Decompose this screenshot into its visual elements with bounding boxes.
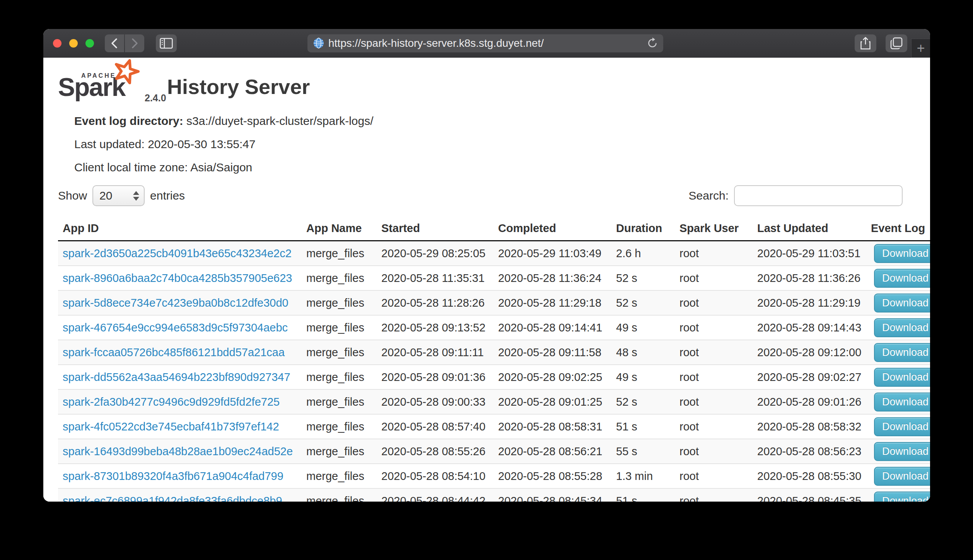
completed-cell: 2020-05-28 09:11:58 — [493, 340, 611, 365]
completed-cell: 2020-05-29 11:03:49 — [493, 241, 611, 266]
entries-select[interactable]: 20 — [92, 185, 145, 206]
back-button[interactable] — [105, 34, 124, 52]
sidebar-icon — [160, 38, 173, 49]
spark-user-cell: root — [675, 439, 753, 464]
last-updated-cell: 2020-05-28 11:29:19 — [753, 290, 866, 315]
completed-cell: 2020-05-28 08:56:21 — [493, 439, 611, 464]
table-row: spark-dd5562a43aa54694b223bf890d927347 m… — [58, 365, 930, 389]
app-id-link[interactable]: spark-467654e9cc994e6583d9c5f97304aebc — [63, 321, 288, 334]
share-button[interactable] — [855, 34, 876, 52]
download-button[interactable]: Download — [874, 417, 930, 436]
app-id-link[interactable]: spark-fccaa05726bc485f86121bdd57a21caa — [63, 346, 285, 359]
spark-logo: APACHE Spark 2.4.0 — [58, 62, 174, 107]
last-updated-line: Last updated: 2020-05-30 13:55:47 — [74, 133, 374, 156]
tabs-icon — [890, 37, 903, 50]
download-button[interactable]: Download — [874, 368, 930, 387]
app-id-link[interactable]: spark-4fc0522cd3e745ecbaf41b73f97ef142 — [63, 420, 279, 433]
zoom-window-button[interactable] — [85, 39, 94, 48]
event-log-label: Event log directory: — [74, 114, 183, 127]
table-row: spark-2d3650a225cb4091b43e65c43234e2c2 m… — [58, 241, 930, 266]
app-id-link[interactable]: spark-5d8ece734e7c423e9ba0b8c12dfe30d0 — [63, 297, 288, 309]
started-cell: 2020-05-28 09:00:33 — [377, 389, 493, 414]
started-cell: 2020-05-28 11:35:31 — [377, 266, 493, 290]
spark-user-cell: root — [675, 414, 753, 439]
url-text: https://spark-history-server.k8s.stg.duy… — [328, 37, 643, 50]
app-id-link[interactable]: spark-87301b89320f4a3fb671a904c4fad799 — [63, 470, 283, 482]
browser-window: https://spark-history-server.k8s.stg.duy… — [43, 29, 930, 502]
chevron-right-icon — [130, 38, 140, 49]
app-id-link[interactable]: spark-2d3650a225cb4091b43e65c43234e2c2 — [63, 247, 292, 260]
entries-select-value: 20 — [99, 189, 133, 202]
address-bar[interactable]: https://spark-history-server.k8s.stg.duy… — [307, 34, 663, 52]
column-header-duration[interactable]: Duration — [611, 219, 675, 241]
app-id-link[interactable]: spark-16493d99beba48b28ae1b09ec24ad52e — [63, 445, 293, 458]
download-button[interactable]: Download — [874, 467, 930, 486]
duration-cell: 55 s — [611, 439, 675, 464]
event-log-directory-line: Event log directory: s3a://duyet-spark-c… — [74, 109, 374, 133]
search-input[interactable] — [734, 185, 903, 206]
spark-user-cell: root — [675, 365, 753, 389]
started-cell: 2020-05-28 08:57:40 — [377, 414, 493, 439]
started-cell: 2020-05-29 08:25:05 — [377, 241, 493, 266]
started-cell: 2020-05-28 09:01:36 — [377, 365, 493, 389]
event-log-value: s3a://duyet-spark-cluster/spark-logs/ — [183, 114, 374, 127]
column-header-app-name[interactable]: App Name — [302, 219, 377, 241]
app-name-cell: merge_files — [302, 365, 377, 389]
download-button[interactable]: Download — [874, 492, 930, 502]
column-header-started[interactable]: Started — [377, 219, 493, 241]
app-id-link[interactable]: spark-ec7c6899a1f942da8fe33fa6dbdce8b9 — [63, 495, 282, 502]
last-updated-cell: 2020-05-28 08:45:35 — [753, 488, 866, 502]
column-header-event-log[interactable]: Event Log — [866, 219, 930, 241]
sidebar-toggle-button[interactable] — [156, 34, 177, 52]
column-header-completed[interactable]: Completed — [493, 219, 611, 241]
started-cell: 2020-05-28 08:44:42 — [377, 488, 493, 502]
app-name-cell: merge_files — [302, 340, 377, 365]
new-tab-button[interactable]: + — [911, 39, 930, 58]
minimize-window-button[interactable] — [69, 39, 78, 48]
forward-button[interactable] — [125, 34, 144, 52]
last-updated-cell: 2020-05-28 09:14:43 — [753, 315, 866, 340]
last-updated-cell: 2020-05-28 08:55:30 — [753, 464, 866, 488]
app-id-link[interactable]: spark-2fa30b4277c9496c9d929fd5fd2fe725 — [63, 396, 280, 408]
tab-overview-button[interactable] — [886, 34, 907, 52]
last-updated-cell: 2020-05-28 08:58:32 — [753, 414, 866, 439]
completed-cell: 2020-05-28 11:29:18 — [493, 290, 611, 315]
column-header-last-updated[interactable]: Last Updated — [753, 219, 866, 241]
info-block: Event log directory: s3a://duyet-spark-c… — [74, 109, 374, 179]
spark-user-cell: root — [675, 464, 753, 488]
download-button[interactable]: Download — [874, 269, 930, 288]
download-button[interactable]: Download — [874, 294, 930, 312]
spark-star-icon — [112, 58, 140, 87]
app-name-cell: merge_files — [302, 464, 377, 488]
app-id-link[interactable]: spark-8960a6baa2c74b0ca4285b357905e623 — [63, 272, 292, 284]
app-name-cell: merge_files — [302, 266, 377, 290]
duration-cell: 2.6 h — [611, 241, 675, 266]
table-row: spark-5d8ece734e7c423e9ba0b8c12dfe30d0 m… — [58, 290, 930, 315]
duration-cell: 52 s — [611, 389, 675, 414]
completed-cell: 2020-05-28 11:36:24 — [493, 266, 611, 290]
search-label: Search: — [689, 189, 729, 202]
share-icon — [860, 37, 871, 50]
app-name-cell: merge_files — [302, 414, 377, 439]
table-row: spark-8960a6baa2c74b0ca4285b357905e623 m… — [58, 266, 930, 290]
started-cell: 2020-05-28 08:54:10 — [377, 464, 493, 488]
column-header-app-id[interactable]: App ID — [58, 219, 302, 241]
app-name-cell: merge_files — [302, 315, 377, 340]
table-row: spark-467654e9cc994e6583d9c5f97304aebc m… — [58, 315, 930, 340]
last-updated-cell: 2020-05-28 11:36:26 — [753, 266, 866, 290]
reload-button[interactable] — [647, 38, 658, 49]
last-updated-cell: 2020-05-28 08:56:23 — [753, 439, 866, 464]
download-button[interactable]: Download — [874, 393, 930, 411]
download-button[interactable]: Download — [874, 244, 930, 263]
column-header-spark-user[interactable]: Spark User — [675, 219, 753, 241]
download-button[interactable]: Download — [874, 442, 930, 461]
spark-history-page: APACHE Spark 2.4.0 History Server Event … — [43, 58, 930, 502]
last-updated-cell: 2020-05-29 11:03:51 — [753, 241, 866, 266]
close-window-button[interactable] — [53, 39, 61, 48]
download-button[interactable]: Download — [874, 318, 930, 337]
duration-cell: 51 s — [611, 414, 675, 439]
duration-cell: 52 s — [611, 266, 675, 290]
download-button[interactable]: Download — [874, 343, 930, 362]
app-id-link[interactable]: spark-dd5562a43aa54694b223bf890d927347 — [63, 371, 290, 383]
table-row: spark-87301b89320f4a3fb671a904c4fad799 m… — [58, 464, 930, 488]
